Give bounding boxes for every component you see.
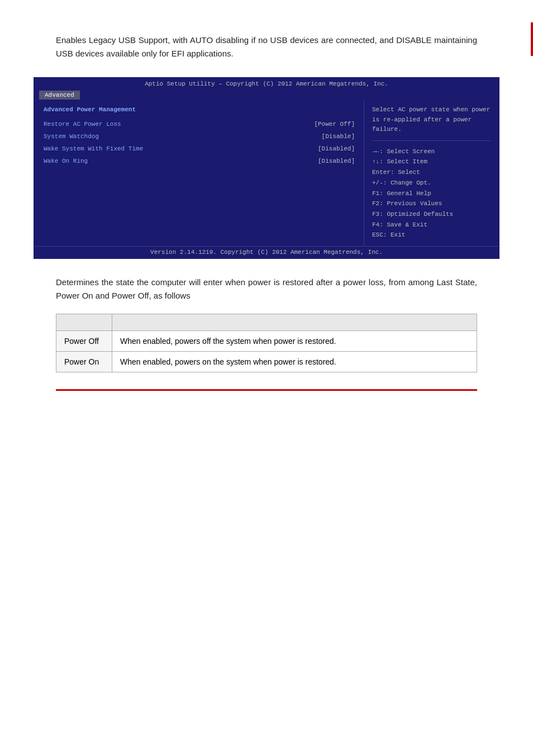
- table-desc-power-off: When enabled, powers off the system when…: [112, 330, 477, 351]
- table-desc-power-on: When enabled, powers on the system when …: [112, 351, 477, 372]
- bios-key-enter-select: Enter: Select: [372, 167, 491, 178]
- bios-key-change-opt: +/-: Change Opt.: [372, 178, 491, 188]
- bios-keys-list: →←: Select Screen ↑↓: Select Item Enter:…: [372, 147, 491, 240]
- bios-item-watchdog-value: [Disable]: [322, 133, 355, 140]
- bios-divider: [372, 140, 491, 141]
- top-red-bar: [531, 22, 533, 56]
- bios-key-f1-help: F1: General Help: [372, 188, 491, 199]
- bios-content: Advanced Power Management Restore AC Pow…: [35, 100, 498, 246]
- bios-key-select-screen: →←: Select Screen: [372, 147, 491, 157]
- bios-key-f4-save: F4: Save & Exit: [372, 220, 491, 230]
- bios-item-wake-fixed-label: Wake System With Fixed Time: [44, 145, 143, 152]
- bios-item-restore-ac-label: Restore AC Power Loss: [44, 121, 121, 127]
- bios-item-wake-fixed-value: [Disabled]: [318, 145, 355, 152]
- bios-key-f2-prev: F2: Previous Values: [372, 199, 491, 209]
- table-header-col2: [112, 314, 477, 330]
- bios-right-panel: Select AC power state when power is re-a…: [364, 100, 498, 246]
- table-row-power-on: Power On When enabled, powers on the sys…: [56, 351, 477, 372]
- power-table: Power Off When enabled, powers off the s…: [56, 314, 477, 372]
- bios-left-panel: Advanced Power Management Restore AC Pow…: [35, 100, 364, 246]
- table-header-row: [56, 314, 477, 330]
- table-label-power-on: Power On: [56, 351, 112, 372]
- bios-item-wake-ring: Wake On Ring [Disabled]: [44, 158, 355, 164]
- bios-item-watchdog: System Watchdog [Disable]: [44, 133, 355, 140]
- bios-key-esc-exit: ESC: Exit: [372, 230, 491, 240]
- bios-item-wake-ring-value: [Disabled]: [318, 158, 355, 164]
- description-2: Determines the state the computer will e…: [56, 276, 477, 303]
- bios-tab-advanced: Advanced: [39, 91, 80, 100]
- bios-screenshot: Aptio Setup Utility – Copyright (C) 2012…: [34, 77, 499, 259]
- bios-key-f3-optimized: F3: Optimized Defaults: [372, 209, 491, 220]
- bios-footer: Version 2.14.1219. Copyright (C) 2012 Am…: [35, 246, 498, 258]
- bios-menu-header: Advanced Power Management: [44, 106, 355, 113]
- bios-item-restore-ac: Restore AC Power Loss [Power Off]: [44, 121, 355, 127]
- bios-help-text: Select AC power state when power is re-a…: [372, 105, 491, 135]
- description-1: Enables Legacy USB Support, with AUTO di…: [56, 34, 477, 60]
- bios-key-select-item: ↑↓: Select Item: [372, 157, 491, 167]
- table-header-col1: [56, 314, 112, 330]
- bios-title: Aptio Setup Utility – Copyright (C) 2012…: [35, 78, 498, 89]
- table-label-power-off: Power Off: [56, 330, 112, 351]
- bios-item-wake-ring-label: Wake On Ring: [44, 158, 88, 164]
- red-bottom-line: [56, 389, 477, 391]
- table-row-power-off: Power Off When enabled, powers off the s…: [56, 330, 477, 351]
- bios-tab-bar: Advanced: [35, 89, 498, 100]
- bios-item-restore-ac-value: [Power Off]: [314, 121, 355, 127]
- bios-item-wake-fixed: Wake System With Fixed Time [Disabled]: [44, 145, 355, 152]
- bios-header-label: Advanced Power Management: [44, 106, 136, 113]
- bios-item-watchdog-label: System Watchdog: [44, 133, 99, 140]
